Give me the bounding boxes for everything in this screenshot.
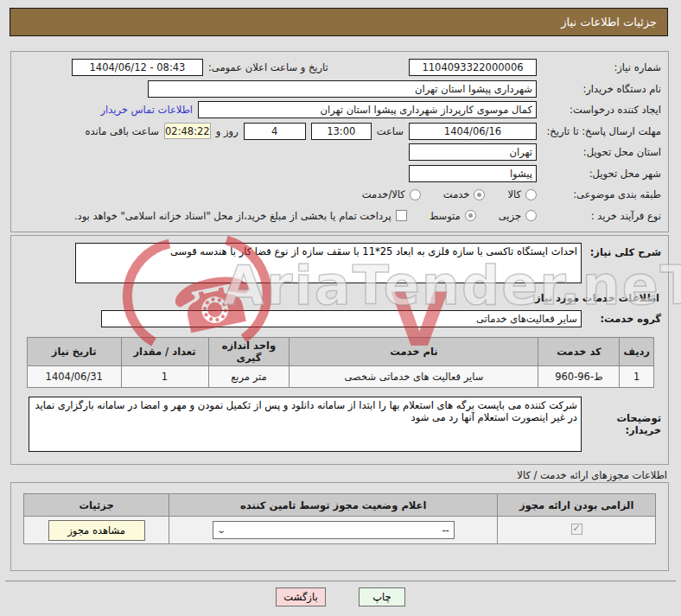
cell-need-date: 1404/06/31 (28, 366, 122, 388)
announce-datetime-field[interactable] (72, 59, 203, 76)
treasury-checkbox-option[interactable]: پرداخت تمام یا بخشی از مبلغ خرید،از محل … (74, 210, 407, 222)
classification-label: طبقه بندی موضوعی: (542, 188, 661, 200)
col-license-details: جزئیات (24, 494, 169, 517)
row-city: شهر محل تحویل: (18, 164, 661, 183)
province-label: استان محل تحویل: (542, 146, 661, 158)
radio-option-goods-service[interactable]: کالا/خدمت (362, 188, 421, 200)
col-service-name: نام خدمت (290, 338, 538, 366)
row-buyer-notes: توضیحات خریدار: شرکت کننده می بایست برگه… (18, 397, 661, 452)
license-table: الزامی بودن ارائه مجوز اعلام وضعیت مجوز … (23, 493, 656, 544)
row-classification: طبقه بندی موضوعی: کالا خدمت کالا/خدمت (18, 185, 661, 204)
col-need-date: تاریخ نیاز (28, 338, 122, 366)
buyer-org-label: نام دستگاه خریدار: (542, 83, 661, 95)
radio-option-service[interactable]: خدمت (443, 188, 486, 200)
radio-option-medium[interactable]: متوسط (430, 210, 476, 222)
license-table-header-row: الزامی بودن ارائه مجوز اعلام وضعیت مجوز … (24, 494, 656, 517)
deadline-days-field[interactable] (244, 123, 306, 140)
medium-radio-label: متوسط (430, 210, 461, 222)
days-and-label: روز و (216, 125, 239, 137)
radio-option-goods[interactable]: کالا (507, 188, 537, 200)
need-number-field[interactable] (409, 59, 537, 76)
row-buyer-org: نام دستگاه خریدار: (18, 79, 661, 98)
services-table-row: 1 ط-96-960 سایر فعالیت های خدماتی شخصی م… (28, 366, 654, 388)
buyer-contact-link[interactable]: اطلاعات تماس خریدار (100, 104, 193, 116)
deadline-label: مهلت ارسال پاسخ: تا تاریخ: (542, 125, 661, 137)
remaining-hours-label: ساعت باقی مانده (86, 125, 159, 137)
deadline-time-field[interactable] (311, 123, 372, 140)
row-request-creator: ایجاد کننده درخواست: اطلاعات تماس خریدار (18, 100, 661, 119)
request-creator-label: ایجاد کننده درخواست: (542, 104, 661, 116)
row-need-number: شماره نیاز: تاریخ و ساعت اعلان عمومی: (18, 58, 661, 77)
services-groupbox: شرح کلی نیاز: احداث ایستگاه تاکسی با ساز… (10, 235, 669, 465)
radio-option-minor[interactable]: جزیی (499, 210, 537, 222)
cell-service-code: ط-96-960 (538, 366, 620, 388)
col-row-number: ردیف (620, 338, 654, 366)
cell-license-required (498, 517, 656, 544)
license-heading: اطلاعات مجوزهای ارائه خدمت / کالا (517, 469, 667, 481)
buyer-notes-label: توضیحات خریدار: (587, 397, 661, 436)
medium-radio-icon[interactable] (465, 210, 476, 221)
page-title: جزئیات اطلاعات نیاز (561, 16, 657, 29)
goods-radio-icon[interactable] (525, 189, 537, 200)
goods-service-radio-label: کالا/خدمت (362, 188, 405, 200)
buyer-org-field[interactable] (148, 80, 537, 98)
buyer-notes-textarea[interactable]: شرکت کننده می بایست برگه های استعلام بها… (29, 397, 582, 452)
services-table-header-row: ردیف کد خدمت نام خدمت واحد اندازه گیری ت… (28, 338, 654, 366)
cell-service-name: سایر فعالیت های خدماتی شخصی (290, 366, 538, 388)
chevron-down-icon: ⌄ (216, 525, 226, 535)
description-textarea[interactable]: احداث ایستگاه تاکسی با سازه فلزی به ابعا… (75, 243, 582, 283)
goods-radio-label: کالا (507, 188, 521, 200)
service-group-field[interactable] (101, 310, 582, 327)
minor-radio-icon[interactable] (525, 210, 537, 221)
minor-radio-label: جزیی (499, 210, 521, 222)
print-button[interactable]: چاپ (359, 587, 405, 606)
goods-service-radio-icon[interactable] (410, 189, 421, 200)
cell-row-number: 1 (620, 366, 654, 388)
footer-divider (5, 581, 676, 581)
cell-license-details: مشاهده مجوز (24, 517, 169, 544)
license-groupbox: الزامی بودن ارائه مجوز اعلام وضعیت مجوز … (10, 482, 669, 571)
row-process-type: نوع فرآیند خرید : جزیی متوسط پرداخت تمام… (18, 206, 661, 225)
announce-datetime-label: تاریخ و ساعت اعلان عمومی: (208, 61, 328, 73)
province-field[interactable] (409, 143, 537, 161)
row-province: استان محل تحویل: (18, 143, 661, 162)
col-unit: واحد اندازه گیری (208, 338, 290, 366)
service-radio-label: خدمت (443, 188, 470, 200)
service-radio-icon[interactable] (474, 189, 485, 200)
services-table: ردیف کد خدمت نام خدمت واحد اندازه گیری ت… (27, 337, 654, 388)
row-description: شرح کلی نیاز: احداث ایستگاه تاکسی با ساز… (18, 243, 661, 283)
city-label: شهر محل تحویل: (542, 168, 661, 180)
need-number-label: شماره نیاز: (542, 61, 661, 73)
treasury-checkbox-icon[interactable] (396, 210, 407, 221)
request-creator-field[interactable] (198, 101, 537, 118)
row-service-group: گروه خدمت: (18, 309, 661, 328)
need-info-groupbox: شماره نیاز: تاریخ و ساعت اعلان عمومی: نا… (10, 51, 669, 232)
deadline-time-label: ساعت (377, 125, 404, 137)
page-title-bar: جزئیات اطلاعات نیاز (10, 8, 668, 36)
license-status-value: -- (442, 524, 449, 537)
cell-unit: متر مربع (208, 366, 290, 388)
remaining-time-badge: 02:48:22 (164, 123, 211, 139)
view-license-button[interactable]: مشاهده مجوز (48, 520, 145, 541)
row-deadline: مهلت ارسال پاسخ: تا تاریخ: ساعت روز و 02… (18, 122, 661, 141)
treasury-checkbox-label: پرداخت تمام یا بخشی از مبلغ خرید،از محل … (74, 210, 391, 222)
service-group-label: گروه خدمت: (587, 313, 661, 325)
process-type-label: نوع فرآیند خرید : (542, 210, 661, 222)
city-field[interactable] (409, 165, 537, 182)
license-status-select[interactable]: -- ⌄ (213, 521, 455, 539)
cell-quantity: 1 (121, 366, 208, 388)
footer-buttons: چاپ بازگشت (0, 587, 681, 606)
description-label: شرح کلی نیاز: (587, 243, 661, 258)
deadline-date-field[interactable] (409, 123, 537, 140)
col-quantity: تعداد / مقدار (121, 338, 208, 366)
license-required-checkbox[interactable] (571, 524, 582, 535)
back-button[interactable]: بازگشت (276, 587, 326, 606)
col-license-required: الزامی بودن ارائه مجوز (498, 494, 656, 517)
services-heading: اطلاعات خدمات مورد نیاز (18, 292, 659, 304)
col-license-status: اعلام وضعیت مجوز توسط تامین کننده (169, 494, 498, 517)
license-table-row: -- ⌄ مشاهده مجوز (24, 517, 656, 544)
col-service-code: کد خدمت (538, 338, 620, 366)
cell-license-status: -- ⌄ (169, 517, 498, 544)
